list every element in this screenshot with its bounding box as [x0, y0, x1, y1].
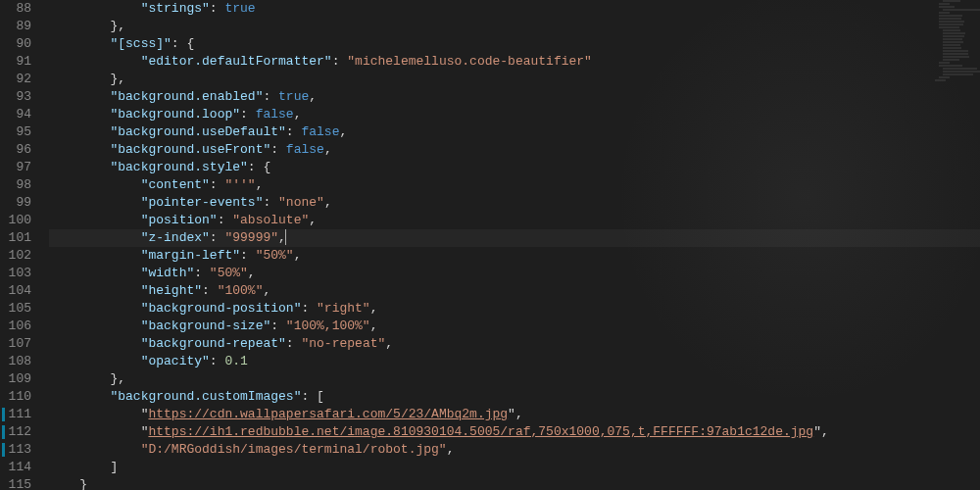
code-line[interactable]: } — [49, 476, 980, 490]
line-number: 112 — [0, 423, 31, 441]
code-line[interactable]: "editor.defaultFormatter": "michelemellu… — [49, 53, 980, 71]
line-number: 95 — [0, 123, 31, 141]
code-line[interactable]: "height": "100%", — [49, 282, 980, 300]
code-editor[interactable]: 8889909192939495969798991001011021031041… — [0, 0, 980, 490]
line-number: 94 — [0, 106, 31, 123]
line-number: 89 — [0, 18, 31, 35]
code-line[interactable]: "background-size": "100%,100%", — [49, 318, 980, 335]
line-number: 103 — [0, 265, 31, 282]
line-number: 88 — [0, 0, 31, 18]
line-number: 101 — [0, 229, 31, 247]
code-line[interactable]: "background.useFront": false, — [49, 141, 980, 159]
line-number: 107 — [0, 335, 31, 353]
line-number: 96 — [0, 141, 31, 159]
code-line[interactable]: "[scss]": { — [49, 35, 980, 53]
line-number: 106 — [0, 318, 31, 335]
line-number: 90 — [0, 35, 31, 53]
code-line[interactable]: "background.enabled": true, — [49, 88, 980, 106]
code-line[interactable]: "D:/MRGoddish/images/terminal/robot.jpg"… — [49, 441, 980, 459]
line-number: 109 — [0, 370, 31, 388]
line-number: 92 — [0, 71, 31, 88]
code-line[interactable]: "z-index": "99999", — [49, 229, 980, 247]
line-number: 102 — [0, 247, 31, 265]
url-link: https://ih1.redbubble.net/image.81093010… — [148, 424, 813, 439]
line-number: 104 — [0, 282, 31, 300]
code-line[interactable]: "background.customImages": [ — [49, 388, 980, 406]
code-line[interactable]: "content": "''", — [49, 176, 980, 194]
line-number-gutter: 8889909192939495969798991001011021031041… — [0, 0, 49, 490]
code-line[interactable]: "opacity": 0.1 — [49, 353, 980, 370]
code-line[interactable]: "margin-left": "50%", — [49, 247, 980, 265]
line-number: 98 — [0, 176, 31, 194]
code-line[interactable]: "background.useDefault": false, — [49, 123, 980, 141]
code-line[interactable]: "background.style": { — [49, 159, 980, 176]
line-number: 113 — [0, 441, 31, 459]
line-number: 108 — [0, 353, 31, 370]
code-line[interactable]: "https://cdn.wallpapersafari.com/5/23/AM… — [49, 406, 980, 423]
line-number: 100 — [0, 212, 31, 229]
code-line[interactable]: "background-position": "right", — [49, 300, 980, 318]
code-line[interactable]: ] — [49, 459, 980, 476]
code-line[interactable]: "background-repeat": "no-repeat", — [49, 335, 980, 353]
code-line[interactable]: }, — [49, 71, 980, 88]
code-line[interactable]: }, — [49, 18, 980, 35]
text-cursor — [285, 229, 286, 245]
line-number: 110 — [0, 388, 31, 406]
line-number: 93 — [0, 88, 31, 106]
line-number: 97 — [0, 159, 31, 176]
code-line[interactable]: "https://ih1.redbubble.net/image.8109301… — [49, 423, 980, 441]
code-line[interactable]: "pointer-events": "none", — [49, 194, 980, 212]
line-number: 114 — [0, 459, 31, 476]
code-line[interactable]: "width": "50%", — [49, 265, 980, 282]
code-line[interactable]: "background.loop": false, — [49, 106, 980, 123]
code-line[interactable]: "position": "absolute", — [49, 212, 980, 229]
line-number: 111 — [0, 406, 31, 423]
line-number: 115 — [0, 476, 31, 490]
url-link: https://cdn.wallpapersafari.com/5/23/AMb… — [148, 407, 508, 421]
line-number: 105 — [0, 300, 31, 318]
code-content[interactable]: "strings": true }, "[scss]": { "editor.d… — [49, 0, 980, 490]
line-number: 91 — [0, 53, 31, 71]
line-number: 99 — [0, 194, 31, 212]
code-line[interactable]: }, — [49, 370, 980, 388]
code-line[interactable]: "strings": true — [49, 0, 980, 18]
